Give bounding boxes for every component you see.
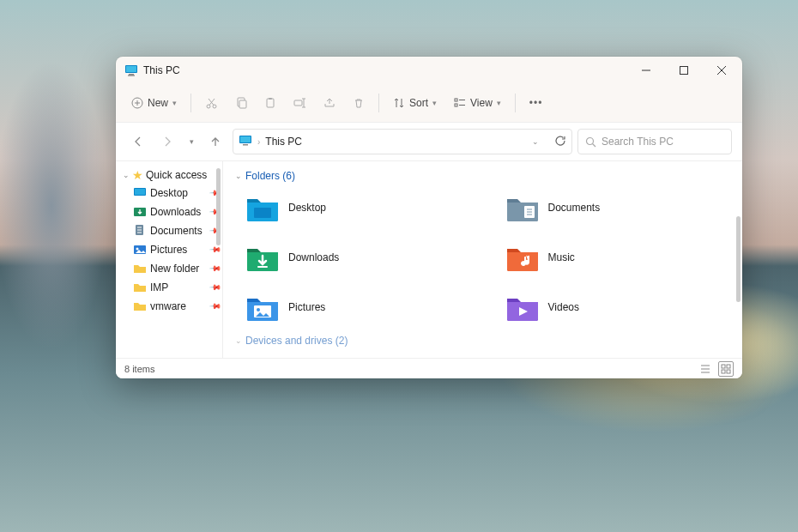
folders-group-header[interactable]: ⌄ Folders (6) [235,168,730,189]
address-bar[interactable]: › This PC ⌄ [233,129,572,154]
sidebar-item-vmware[interactable]: vmware 📌 [121,297,222,316]
sidebar-item-downloads[interactable]: Downloads 📌 [121,203,222,221]
svg-rect-18 [269,98,272,100]
svg-rect-17 [267,99,274,107]
sidebar-scrollbar[interactable] [216,168,221,245]
quick-access-header[interactable]: ⌄ ★ Quick access [121,166,222,184]
sidebar-item-label: IMP [150,281,168,293]
copy-icon [235,97,247,109]
music-folder-icon [505,242,540,273]
folder-pictures[interactable]: Pictures [245,288,471,326]
svg-rect-53 [727,365,730,368]
svg-rect-33 [135,189,145,195]
downloads-icon [133,205,147,219]
maximize-button[interactable] [665,57,703,84]
svg-rect-5 [680,67,688,75]
rename-icon [293,97,306,109]
folder-videos[interactable]: Videos [505,288,731,326]
videos-folder-icon [505,292,540,323]
desktop-icon [133,186,147,200]
star-icon: ★ [132,168,143,182]
chevron-down-icon: ▾ [432,99,437,107]
pin-icon: 📌 [209,281,222,294]
rename-button[interactable] [287,89,313,117]
sidebar-item-desktop[interactable]: Desktop 📌 [121,184,222,203]
sort-icon [393,97,405,109]
svg-rect-41 [254,208,271,218]
share-button[interactable] [317,89,342,117]
sidebar-item-label: vmware [150,300,186,312]
folder-label: Pictures [288,301,325,313]
svg-line-31 [593,143,596,147]
folder-label: Downloads [288,251,339,263]
sidebar-item-pictures[interactable]: Pictures 📌 [121,240,222,259]
close-button[interactable] [703,57,741,84]
sidebar: ⌄ ★ Quick access Desktop 📌 Downloads 📌 D… [116,161,223,358]
arrow-right-icon [161,136,173,148]
chevron-down-icon: ⌄ [123,171,130,179]
svg-rect-1 [126,66,136,72]
arrow-left-icon [132,136,144,148]
svg-rect-55 [727,370,730,373]
pictures-icon [133,243,147,257]
paste-button[interactable] [257,89,283,117]
view-button[interactable]: View ▾ [447,89,508,117]
chevron-down-icon[interactable]: ⌄ [532,137,539,146]
folder-icon [133,299,147,313]
downloads-folder-icon [245,242,280,273]
folder-label: Desktop [288,202,326,214]
separator [378,94,379,112]
sort-button[interactable]: Sort ▾ [386,89,444,117]
titlebar[interactable]: This PC [116,57,742,84]
sidebar-item-label: Documents [150,225,203,237]
details-view-button[interactable] [698,361,713,377]
svg-point-48 [257,308,260,311]
svg-rect-2 [129,74,134,76]
back-button[interactable] [126,130,150,154]
folder-icon [133,262,147,275]
svg-rect-52 [722,365,725,368]
chevron-right-icon: › [257,137,260,147]
svg-rect-19 [294,100,302,106]
svg-line-13 [209,99,215,106]
grid-icon [721,364,731,374]
sidebar-item-imp[interactable]: IMP 📌 [121,278,222,297]
pin-icon: 📌 [209,300,222,313]
svg-line-14 [209,99,214,106]
up-button[interactable] [203,130,227,154]
svg-point-40 [136,248,139,251]
this-pc-icon [124,63,138,77]
pin-icon: 📌 [209,263,222,275]
copy-button[interactable] [228,89,254,117]
sidebar-item-documents[interactable]: Documents 📌 [121,221,222,240]
quick-access-label: Quick access [146,169,207,181]
search-placeholder: Search This PC [602,136,674,148]
delete-button[interactable] [346,89,372,117]
devices-group-header[interactable]: ⌄ Devices and drives (2) [235,326,730,347]
item-count: 8 items [124,364,154,374]
cut-button[interactable] [198,89,225,117]
documents-icon [133,224,147,238]
sidebar-item-label: Desktop [150,187,188,199]
refresh-button[interactable] [554,135,566,149]
chevron-down-icon: ⌄ [235,172,242,180]
recent-button[interactable]: ▾ [184,130,198,154]
folder-desktop[interactable]: Desktop [245,189,471,227]
breadcrumb[interactable]: This PC [265,136,302,148]
content-scrollbar[interactable] [736,216,741,302]
folder-documents[interactable]: Documents [505,189,731,227]
folder-downloads[interactable]: Downloads [245,239,471,276]
search-box[interactable]: Search This PC [577,129,732,154]
new-button[interactable]: New ▾ [124,89,184,117]
folder-music[interactable]: Music [505,239,731,276]
forward-button[interactable] [155,130,179,154]
minimize-button[interactable] [627,57,665,84]
chevron-down-icon: ▾ [172,99,177,107]
plus-circle-icon [131,97,143,109]
new-label: New [148,97,168,109]
sidebar-item-new-folder[interactable]: New folder 📌 [121,259,222,278]
icons-view-button[interactable] [718,361,734,377]
more-button[interactable]: ••• [523,89,550,117]
folders-header-label: Folders (6) [245,170,295,182]
content-area: ⌄ Folders (6) Desktop Documents Download… [223,161,742,358]
